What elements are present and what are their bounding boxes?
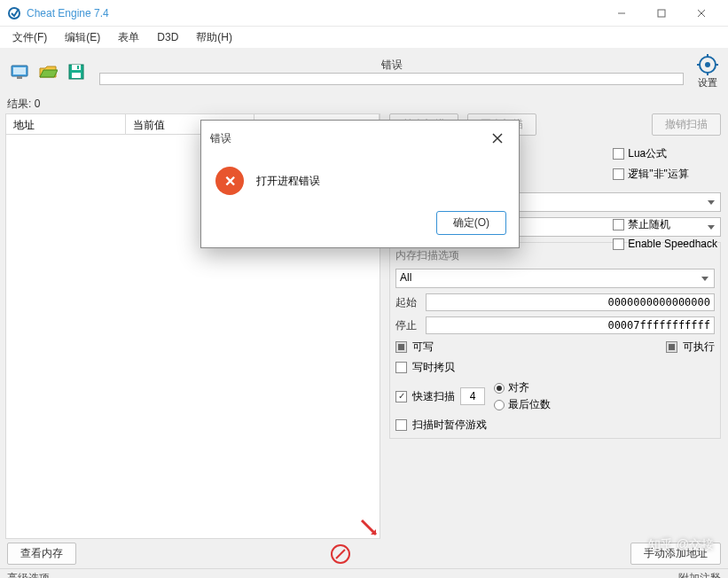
dialog-backdrop: 错误 ✕ 打开进程错误 确定(O) (0, 0, 728, 578)
dialog-titlebar[interactable]: 错误 (201, 121, 519, 156)
error-icon: ✕ (215, 167, 244, 195)
dialog-footer: 确定(O) (201, 202, 519, 247)
dialog-message: 打开进程错误 (256, 174, 320, 189)
dialog-ok-button[interactable]: 确定(O) (436, 211, 506, 235)
dialog-title-text: 错误 (210, 131, 485, 146)
dialog-close-button[interactable] (485, 128, 510, 149)
error-dialog: 错误 ✕ 打开进程错误 确定(O) (200, 120, 520, 248)
dialog-body: ✕ 打开进程错误 (201, 156, 519, 202)
